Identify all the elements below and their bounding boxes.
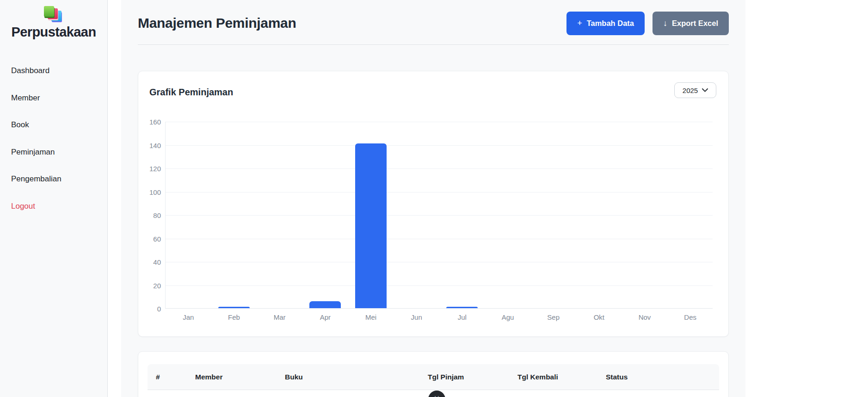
- member-avatar: Y: [428, 391, 445, 397]
- main-content: Manajemen Peminjaman + Tambah Data ↓ Exp…: [121, 0, 745, 397]
- column-header-buku: Buku: [285, 373, 428, 381]
- sidebar-item-logout[interactable]: Logout: [0, 193, 107, 220]
- x-axis-tick: Mei: [348, 313, 394, 321]
- column-header-tgl-kembali: Tgl Kembali: [517, 373, 606, 381]
- header-actions: + Tambah Data ↓ Export Excel: [566, 12, 729, 35]
- app-window: Perpustakaan DashboardMemberBookPeminjam…: [0, 0, 745, 397]
- chart-card: Grafik Peminjaman 2025 02040608010012014…: [138, 71, 729, 337]
- sidebar-nav: DashboardMemberBookPeminjamanPengembalia…: [0, 57, 107, 220]
- column-header-status: Status: [606, 373, 717, 381]
- chart-title: Grafik Peminjaman: [149, 82, 233, 98]
- y-axis-tick: 100: [149, 188, 161, 196]
- y-axis-tick: 60: [153, 235, 161, 242]
- brand: Perpustakaan: [0, 0, 107, 40]
- loans-table-header: #MemberBukuTgl PinjamTgl KembaliStatus: [148, 364, 719, 390]
- y-axis-tick: 0: [157, 305, 161, 313]
- sidebar-item-member[interactable]: Member: [0, 85, 107, 112]
- x-axis-tick: Okt: [576, 313, 622, 321]
- x-axis-tick: Jan: [166, 313, 211, 321]
- gridline: [166, 192, 713, 192]
- books-icon: [43, 6, 64, 24]
- x-axis-tick: Jun: [394, 313, 439, 321]
- y-axis-tick: 140: [149, 141, 161, 149]
- gridline: [166, 168, 713, 169]
- gridline: [166, 122, 713, 122]
- x-axis-tick: Jul: [439, 313, 485, 321]
- sidebar-item-pengembalian[interactable]: Pengembalian: [0, 166, 107, 193]
- download-icon: ↓: [663, 19, 667, 28]
- x-axis-tick: Des: [667, 313, 713, 321]
- gridline: [166, 239, 713, 239]
- sidebar-item-dashboard[interactable]: Dashboard: [0, 57, 107, 85]
- bar-apr: [309, 301, 341, 308]
- page-title: Manajemen Peminjaman: [138, 15, 296, 31]
- bar-mei: [355, 143, 387, 308]
- y-axis-tick: 20: [153, 281, 161, 289]
- loans-table-card: #MemberBukuTgl PinjamTgl KembaliStatus Y: [138, 351, 729, 397]
- bar-feb: [218, 307, 250, 308]
- add-data-label: Tambah Data: [587, 19, 634, 28]
- x-axis-tick: Apr: [302, 313, 348, 321]
- x-axis-tick: Agu: [485, 313, 531, 321]
- export-excel-label: Export Excel: [672, 19, 718, 28]
- sidebar-item-book[interactable]: Book: [0, 112, 107, 139]
- sidebar: Perpustakaan DashboardMemberBookPeminjam…: [0, 0, 108, 397]
- y-axis-tick: 80: [153, 211, 161, 219]
- column-header-tgl-pinjam: Tgl Pinjam: [428, 373, 517, 381]
- year-select[interactable]: 2025: [674, 82, 716, 98]
- gridline: [166, 145, 713, 146]
- x-axis-tick: Mar: [257, 313, 302, 321]
- gridline: [166, 262, 713, 262]
- brand-title: Perpustakaan: [0, 25, 107, 40]
- page-header: Manajemen Peminjaman + Tambah Data ↓ Exp…: [138, 0, 729, 45]
- x-axis-tick: Sep: [530, 313, 576, 321]
- sidebar-item-peminjaman[interactable]: Peminjaman: [0, 139, 107, 166]
- y-axis-tick: 120: [149, 165, 161, 173]
- add-data-button[interactable]: + Tambah Data: [566, 12, 645, 35]
- column-header-member: Member: [195, 373, 285, 381]
- export-excel-button[interactable]: ↓ Export Excel: [653, 12, 729, 35]
- chart-plot: 020406080100120140160JanFebMarAprMeiJunJ…: [165, 122, 713, 309]
- plus-icon: +: [577, 19, 582, 28]
- column-header--: #: [156, 373, 195, 381]
- x-axis-tick: Nov: [622, 313, 668, 321]
- gridline: [166, 285, 713, 286]
- gridline: [166, 215, 713, 216]
- chevron-down-icon: [702, 88, 708, 92]
- x-axis-tick: Feb: [211, 313, 257, 321]
- year-select-value: 2025: [683, 87, 698, 94]
- bar-jul: [446, 307, 478, 308]
- y-axis-tick: 40: [153, 258, 161, 266]
- y-axis-tick: 160: [149, 118, 161, 126]
